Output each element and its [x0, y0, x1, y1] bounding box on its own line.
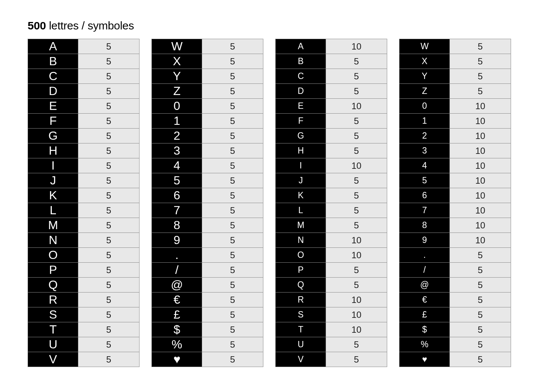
symbol-row: G5 [276, 129, 387, 143]
symbol-cell: S [276, 307, 326, 322]
symbol-row: %5 [399, 337, 511, 352]
quantity-cell: 10 [326, 39, 387, 54]
quantity-cell: 5 [450, 337, 511, 352]
symbol-row: /5 [399, 263, 511, 277]
quantity-cell: 5 [450, 352, 511, 367]
quantity-cell: 5 [326, 143, 387, 158]
symbol-row: G5 [28, 129, 139, 143]
quantity-cell: 5 [450, 278, 511, 292]
symbol-cell: J [276, 173, 326, 188]
symbol-cell: Z [399, 84, 450, 98]
symbol-cell: P [28, 263, 78, 277]
quantity-cell: 10 [450, 143, 511, 158]
symbol-row: U5 [28, 337, 139, 352]
symbol-column: A5B5C5D5E5F5G5H5I5J5K5L5M5N5O5P5Q5R5S5T5… [28, 39, 140, 367]
symbol-row: T10 [276, 322, 387, 337]
symbol-cell: $ [399, 322, 450, 337]
quantity-cell: 5 [450, 263, 511, 277]
symbol-row: H5 [28, 143, 139, 158]
symbol-row: Q5 [28, 278, 139, 292]
symbol-cell: £ [399, 307, 450, 322]
quantity-cell: 5 [326, 218, 387, 233]
symbol-cell: / [399, 263, 450, 277]
symbol-row: C5 [276, 69, 387, 83]
symbol-row: 25 [152, 129, 263, 143]
symbol-row: F5 [28, 114, 139, 128]
symbol-row: %5 [152, 337, 263, 352]
symbol-row: E10 [276, 99, 387, 113]
symbol-cell: 9 [399, 233, 450, 247]
symbol-row: $5 [152, 322, 263, 337]
symbol-cell: P [276, 263, 326, 277]
symbol-cell: T [276, 322, 326, 337]
quantity-cell: 5 [326, 203, 387, 218]
symbol-cell: % [399, 337, 450, 352]
symbol-row: F5 [276, 114, 387, 128]
quantity-cell: 5 [78, 278, 139, 292]
symbol-row: /5 [152, 263, 263, 277]
quantity-cell: 5 [202, 129, 263, 143]
columns-wrapper: A5B5C5D5E5F5G5H5I5J5K5L5M5N5O5P5Q5R5S5T5… [28, 39, 511, 367]
quantity-cell: 5 [202, 218, 263, 233]
symbol-cell: 1 [399, 114, 450, 128]
quantity-cell: 10 [450, 129, 511, 143]
quantity-cell: 10 [326, 322, 387, 337]
symbol-row: V5 [28, 352, 139, 367]
symbol-row: O5 [28, 248, 139, 262]
symbol-row: 95 [152, 233, 263, 247]
quantity-cell: 5 [202, 69, 263, 83]
page-root: 500 lettres / symboles A5B5C5D5E5F5G5H5I… [0, 0, 539, 386]
symbol-row: 210 [399, 129, 511, 143]
symbol-cell: Q [276, 278, 326, 292]
quantity-cell: 5 [326, 337, 387, 352]
symbol-cell: A [28, 39, 78, 54]
symbol-row: 510 [399, 173, 511, 188]
symbol-cell: J [28, 173, 78, 188]
quantity-cell: 5 [450, 39, 511, 54]
quantity-cell: 5 [78, 188, 139, 203]
quantity-cell: 5 [202, 143, 263, 158]
quantity-cell: 5 [326, 352, 387, 367]
quantity-cell: 5 [202, 307, 263, 322]
symbol-cell: N [28, 233, 78, 247]
quantity-cell: 5 [78, 84, 139, 98]
symbol-cell: A [276, 39, 326, 54]
symbol-row: J5 [28, 173, 139, 188]
symbol-cell: 2 [152, 129, 202, 143]
symbol-row: L5 [28, 203, 139, 218]
symbol-row: R10 [276, 293, 387, 307]
quantity-cell: 5 [78, 307, 139, 322]
symbol-cell: 7 [399, 203, 450, 218]
quantity-cell: 5 [202, 337, 263, 352]
quantity-cell: 5 [202, 84, 263, 98]
quantity-cell: 5 [78, 248, 139, 262]
symbol-cell: S [28, 307, 78, 322]
symbol-cell: C [28, 69, 78, 83]
symbol-row: P5 [276, 263, 387, 277]
quantity-cell: 5 [450, 54, 511, 69]
quantity-cell: 10 [326, 248, 387, 262]
symbol-cell: 6 [152, 188, 202, 203]
symbol-row: 75 [152, 203, 263, 218]
symbol-cell: B [28, 54, 78, 69]
symbol-cell: H [276, 143, 326, 158]
quantity-cell: 5 [78, 69, 139, 83]
quantity-cell: 10 [450, 218, 511, 233]
symbol-row: Z5 [152, 84, 263, 98]
quantity-cell: 5 [450, 84, 511, 98]
symbol-row: 35 [152, 143, 263, 158]
page-title: 500 lettres / symboles [28, 19, 511, 32]
quantity-cell: 5 [450, 322, 511, 337]
symbol-row: $5 [399, 322, 511, 337]
quantity-cell: 10 [450, 173, 511, 188]
symbol-cell: K [276, 188, 326, 203]
symbol-cell: N [276, 233, 326, 247]
quantity-cell: 5 [78, 203, 139, 218]
symbol-row: .5 [399, 248, 511, 262]
title-rest: lettres / symboles [46, 19, 134, 32]
symbol-cell: 5 [399, 173, 450, 188]
quantity-cell: 5 [202, 54, 263, 69]
symbol-cell: L [28, 203, 78, 218]
quantity-cell: 5 [202, 233, 263, 247]
quantity-cell: 5 [450, 248, 511, 262]
